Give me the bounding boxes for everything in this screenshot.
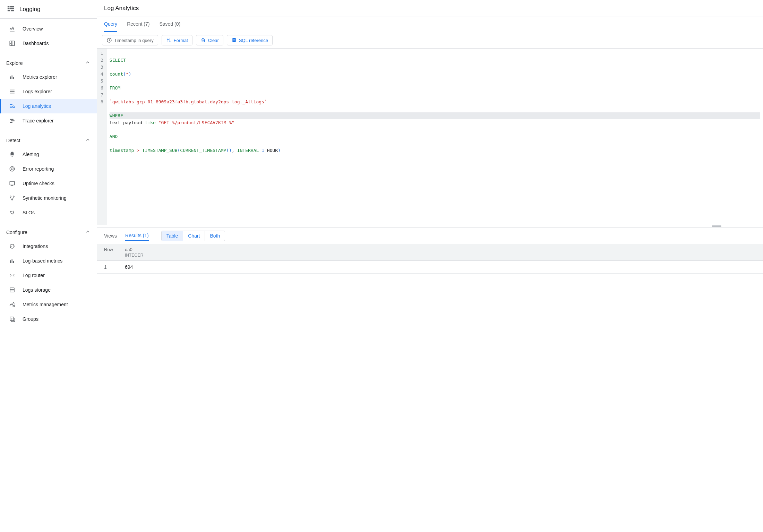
bars-icon [9, 74, 16, 80]
logging-icon [7, 5, 15, 14]
svg-rect-4 [8, 10, 10, 11]
svg-rect-31 [10, 317, 14, 321]
svg-rect-5 [11, 10, 14, 11]
svg-point-22 [12, 199, 13, 200]
sidebar-item-error-reporting[interactable]: Error reporting [0, 162, 97, 176]
code-area[interactable]: SELECT count(*) FROM `qwiklabs-gcp-01-89… [107, 49, 763, 225]
sidebar-item-log-analytics[interactable]: Log analytics [0, 99, 97, 113]
query-editor[interactable]: 1 2 3 4 5 6 7 8 SELECT count(*) FROM `qw… [97, 48, 763, 225]
nav-label: Log-based metrics [23, 258, 62, 264]
svg-rect-8 [12, 76, 12, 79]
sidebar-item-dashboards[interactable]: Dashboards [0, 36, 97, 51]
table-row[interactable]: 1 694 [97, 261, 763, 274]
sidebar-item-synthetic-monitoring[interactable]: Synthetic monitoring [0, 191, 97, 205]
svg-rect-19 [10, 181, 15, 185]
tab-query[interactable]: Query [104, 17, 117, 32]
tab-saved[interactable]: Saved (0) [159, 17, 180, 32]
svg-point-13 [13, 106, 15, 108]
svg-rect-28 [13, 261, 14, 263]
svg-rect-3 [9, 8, 14, 9]
query-tabs: Query Recent (7) Saved (0) [97, 17, 763, 32]
resize-handle[interactable] [97, 225, 763, 228]
tab-results[interactable]: Results (1) [125, 231, 149, 241]
group-label: Configure [6, 230, 27, 235]
sidebar-item-log-based-metrics[interactable]: Log-based metrics [0, 254, 97, 268]
overview-icon [9, 26, 16, 32]
svg-rect-35 [233, 39, 235, 40]
svg-point-20 [10, 196, 11, 197]
page-title: Log Analytics [104, 5, 756, 12]
trash-icon [200, 37, 206, 43]
nav-label: SLOs [23, 210, 35, 215]
results-bar: Views Results (1) Table Chart Both [97, 228, 763, 244]
sidebar-item-metrics-explorer[interactable]: Metrics explorer [0, 70, 97, 84]
sidebar-item-log-router[interactable]: Log router [0, 268, 97, 283]
table-header: Row oa0_ INTEGER [97, 244, 763, 261]
synthetic-icon [9, 195, 16, 201]
main: Log Analytics Query Recent (7) Saved (0)… [97, 0, 763, 532]
sidebar-item-integrations[interactable]: Integrations [0, 239, 97, 254]
nav-label: Metrics management [23, 302, 68, 307]
integrations-icon [9, 243, 16, 249]
nav-label: Synthetic monitoring [23, 195, 67, 201]
sidebar-item-overview[interactable]: Overview [0, 22, 97, 36]
tab-recent[interactable]: Recent (7) [127, 17, 149, 32]
sql-reference-button[interactable]: SQL reference [227, 35, 273, 45]
sidebar-item-slos[interactable]: SLOs [0, 205, 97, 220]
toolbar: Timestamp in query Format Clear SQL refe… [97, 32, 763, 48]
nav-group-configure[interactable]: Configure [0, 225, 97, 239]
nav-label: Error reporting [23, 166, 54, 172]
format-button[interactable]: Format [162, 35, 192, 45]
svg-rect-32 [11, 318, 15, 322]
nav-label: Uptime checks [23, 181, 54, 186]
nav-group-detect[interactable]: Detect [0, 134, 97, 147]
clear-button[interactable]: Clear [196, 35, 223, 45]
svg-rect-27 [12, 259, 12, 263]
line-gutter: 1 2 3 4 5 6 7 8 [97, 49, 107, 225]
nav-label: Log router [23, 273, 45, 278]
sidebar-item-logs-explorer[interactable]: Logs explorer [0, 84, 97, 99]
nav-label: Overview [23, 26, 43, 32]
sidebar-header: Logging [0, 0, 97, 19]
lines-icon [9, 88, 16, 95]
sidebar-item-logs-storage[interactable]: Logs storage [0, 283, 97, 297]
tab-views[interactable]: Views [104, 231, 117, 241]
col-0: oa0_ INTEGER [125, 247, 143, 258]
view-toggle: Table Chart Both [161, 231, 225, 241]
view-chart[interactable]: Chart [183, 231, 205, 241]
sidebar-title: Logging [19, 6, 41, 13]
sidebar-item-groups[interactable]: Groups [0, 312, 97, 326]
search-lines-icon [9, 103, 16, 109]
groups-icon [9, 316, 16, 322]
router-icon [9, 272, 16, 278]
chevron-up-icon [85, 137, 91, 144]
view-table[interactable]: Table [162, 231, 183, 241]
svg-point-30 [13, 305, 15, 307]
svg-rect-7 [10, 77, 11, 79]
results-table: Row oa0_ INTEGER 1 694 [97, 244, 763, 274]
timestamp-button[interactable]: Timestamp in query [102, 35, 158, 45]
format-icon [166, 37, 172, 43]
btn-label: Clear [208, 38, 219, 43]
nav-label: Integrations [23, 243, 48, 249]
nav-group-explore[interactable]: Explore [0, 56, 97, 70]
svg-rect-36 [233, 40, 235, 40]
view-both[interactable]: Both [205, 231, 225, 241]
btn-label: Timestamp in query [114, 38, 154, 43]
svg-rect-26 [10, 260, 11, 263]
sidebar-item-uptime-checks[interactable]: Uptime checks [0, 176, 97, 191]
nav-label: Dashboards [23, 41, 49, 46]
uptime-icon [9, 180, 16, 187]
svg-rect-12 [10, 93, 15, 94]
cell-rownum: 1 [104, 264, 125, 270]
sidebar-item-alerting[interactable]: Alerting [0, 147, 97, 162]
storage-icon [9, 287, 16, 293]
col-row: Row [104, 247, 125, 258]
svg-rect-10 [10, 90, 15, 91]
slos-icon [9, 209, 16, 216]
sidebar-item-metrics-management[interactable]: Metrics management [0, 297, 97, 312]
sidebar-item-trace-explorer[interactable]: Trace explorer [0, 113, 97, 128]
chevron-up-icon [85, 229, 91, 235]
cell-value: 694 [125, 264, 133, 270]
nav-label: Logs storage [23, 287, 51, 293]
